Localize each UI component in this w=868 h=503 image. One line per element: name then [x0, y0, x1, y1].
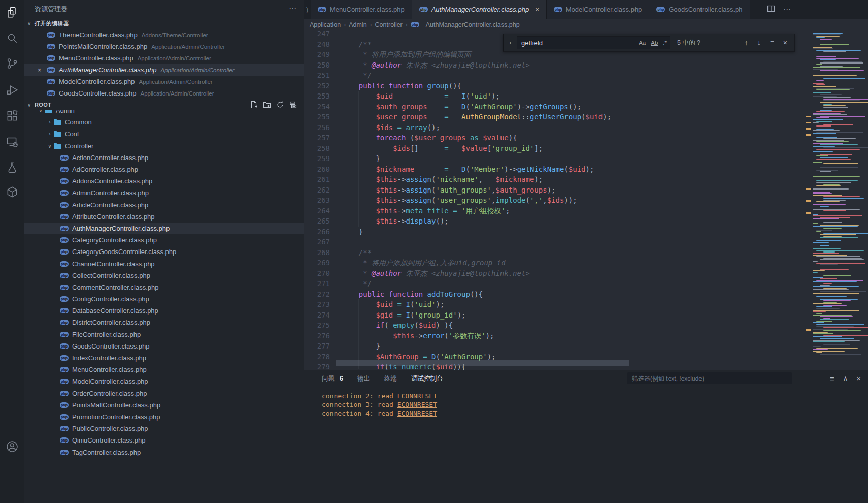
explorer-icon[interactable]: [6, 6, 19, 19]
package-icon[interactable]: [6, 185, 19, 199]
tree-item[interactable]: php TagController.class.php: [24, 446, 304, 458]
tree-item[interactable]: php FileController.class.php: [24, 329, 304, 340]
remote-explorer-icon[interactable]: [6, 135, 19, 148]
tree-item[interactable]: php AuthManagerController.class.php: [24, 223, 304, 234]
open-editors-header[interactable]: ∨ 打开的编辑器: [24, 18, 304, 29]
run-and-debug-icon[interactable]: [6, 83, 19, 97]
code-line[interactable]: 264 $this->meta_title = '用户组授权';: [304, 206, 611, 216]
find-previous-icon[interactable]: ↑: [745, 39, 748, 47]
tree-item[interactable]: php QiniuController.class.php: [24, 434, 304, 446]
tree-item[interactable]: php ArticleController.class.php: [24, 199, 304, 211]
code-line[interactable]: 274 $gid = I('group_id');: [304, 310, 611, 321]
split-editor-icon[interactable]: [767, 5, 775, 15]
code-line[interactable]: 261 $this->assign('nickname', $nickname)…: [304, 174, 611, 185]
find-expand-chevron-icon[interactable]: ›: [504, 39, 517, 46]
editor-tab[interactable]: php MenuController.class.php: [311, 0, 412, 19]
open-editor-item[interactable]: php GoodsController.class.php Applicatio…: [24, 87, 304, 99]
close-icon[interactable]: ×: [535, 6, 539, 13]
editor-tab[interactable]: php AuthManagerController.class.php ×: [412, 0, 547, 19]
code-line[interactable]: 270 * @author 朱亚杰 <zhuyajie@topthink.net…: [304, 268, 611, 279]
tree-item[interactable]: php AdminController.class.php: [24, 187, 304, 199]
code-line[interactable]: 252 public function group(){: [304, 81, 611, 91]
tree-item[interactable]: php CollectController.class.php: [24, 270, 304, 281]
close-icon[interactable]: ×: [38, 67, 41, 74]
filter-input[interactable]: [627, 375, 792, 382]
code-editor[interactable]: 247248 /**249 * 将用户添加到用户组的编辑页面250 * @aut…: [304, 30, 868, 370]
root-section-header[interactable]: ∨ ROOT: [24, 99, 304, 110]
extensions-icon[interactable]: [6, 109, 19, 122]
code-line[interactable]: 273 $uid = I('uid');: [304, 299, 611, 310]
code-line[interactable]: 263 $this->assign('user_groups',implode(…: [304, 195, 611, 206]
editor-tab[interactable]: php ModelController.class.php: [547, 0, 650, 19]
regex-icon[interactable]: .*: [660, 40, 670, 46]
editor-tab[interactable]: php GoodsController.class.ph: [649, 0, 750, 19]
minimap[interactable]: [805, 30, 868, 370]
tree-item[interactable]: php CategoryGoodsController.class.php: [24, 246, 304, 258]
code-line[interactable]: 269 * 将用户添加到用户组,入参uid,group_id: [304, 258, 611, 268]
breadcrumb-item[interactable]: › Controller: [370, 21, 403, 28]
match-case-icon[interactable]: Aa: [636, 40, 648, 46]
code-lines[interactable]: 247248 /**249 * 将用户添加到用户组的编辑页面250 * @aut…: [304, 30, 611, 370]
code-line[interactable]: 259 }: [304, 153, 611, 164]
code-line[interactable]: 275 if( empty($uid) ){: [304, 320, 611, 331]
whole-word-icon[interactable]: Ab: [648, 40, 660, 46]
panel-tab[interactable]: 输出: [357, 370, 370, 387]
panel-maximize-icon[interactable]: ∧: [843, 374, 848, 382]
code-line[interactable]: 272 public function addToGroup(){: [304, 289, 611, 300]
code-line[interactable]: 265 $this->display();: [304, 216, 611, 227]
panel-tab[interactable]: 调试控制台: [411, 370, 443, 387]
collapse-all-icon[interactable]: [289, 101, 297, 109]
find-in-selection-icon[interactable]: ≡: [770, 39, 774, 47]
code-line[interactable]: 250 * @author 朱亚杰 <zhuyajie@topthink.net…: [304, 60, 611, 71]
breadcrumb-item[interactable]: Application: [310, 21, 341, 28]
code-line[interactable]: 277 }: [304, 341, 611, 352]
tree-item[interactable]: php OrderController.class.php: [24, 388, 304, 399]
code-line[interactable]: 266 }: [304, 227, 611, 237]
tree-item[interactable]: php PublicController.class.php: [24, 423, 304, 434]
source-control-icon[interactable]: [6, 57, 19, 70]
tree-item[interactable]: php CategoryController.class.php: [24, 234, 304, 246]
code-line[interactable]: 257 foreach ($user_groups as $value){: [304, 133, 611, 143]
open-editor-item[interactable]: php MenuController.class.php Application…: [24, 52, 304, 64]
breadcrumb[interactable]: Application › Admin › Controller › php A…: [304, 19, 868, 30]
sidebar-more-icon[interactable]: ⋯: [289, 4, 296, 13]
error-code-link[interactable]: ECONNRESET: [397, 410, 437, 417]
code-line[interactable]: 276 $this->error('参数有误');: [304, 331, 611, 341]
tree-item[interactable]: php PromotionController.class.php: [24, 411, 304, 423]
refresh-icon[interactable]: [276, 101, 284, 109]
error-code-link[interactable]: ECONNRESET: [397, 401, 437, 408]
code-line[interactable]: 256 $ids = array();: [304, 122, 611, 133]
tree-item[interactable]: php GoodsController.class.php: [24, 340, 304, 352]
find-close-icon[interactable]: ×: [783, 39, 787, 47]
error-code-link[interactable]: ECONNRESET: [397, 392, 437, 400]
open-editor-item[interactable]: php ModelController.class.php Applicatio…: [24, 76, 304, 87]
tree-item[interactable]: php CommentController.class.php: [24, 281, 304, 293]
breadcrumb-item[interactable]: › php AuthManagerController.class.php: [406, 21, 520, 28]
open-editor-item[interactable]: × php AuthManagerController.class.php Ap…: [24, 64, 304, 76]
tree-item[interactable]: php AdController.class.php: [24, 164, 304, 175]
tree-item[interactable]: › Common: [24, 116, 304, 128]
tree-item[interactable]: ∨ Controller: [24, 140, 304, 152]
code-line[interactable]: 258 $ids[] = $value['group_id'];: [304, 143, 611, 154]
horizontal-scrollbar[interactable]: [336, 360, 629, 366]
code-line[interactable]: 268 /**: [304, 247, 611, 258]
code-line[interactable]: 254 $auth_groups = D('AuthGroup')->getGr…: [304, 102, 611, 112]
code-line[interactable]: 271 */: [304, 278, 611, 289]
code-line[interactable]: 262 $this->assign('auth_groups',$auth_gr…: [304, 185, 611, 196]
open-editor-item[interactable]: php ThemeController.class.php Addons/The…: [24, 29, 304, 41]
editor-more-icon[interactable]: ⋯: [783, 5, 791, 14]
breadcrumb-item[interactable]: › Admin: [344, 21, 366, 28]
find-input[interactable]: [517, 39, 636, 47]
tree-item[interactable]: php ActionController.class.php: [24, 152, 304, 164]
search-icon[interactable]: [6, 32, 19, 45]
tree-item[interactable]: php AddonsController.class.php: [24, 175, 304, 187]
tree-item[interactable]: php ConfigController.class.php: [24, 293, 304, 305]
testing-icon[interactable]: [6, 161, 19, 174]
code-line[interactable]: 251 */: [304, 70, 611, 81]
tree-item[interactable]: php DatabaseController.class.php: [24, 305, 304, 317]
panel-tab[interactable]: 终端: [384, 370, 397, 387]
account-icon[interactable]: [6, 440, 19, 453]
new-folder-icon[interactable]: [263, 101, 271, 109]
tree-item[interactable]: › Conf: [24, 128, 304, 140]
code-line[interactable]: 253 $uid = I('uid');: [304, 91, 611, 102]
